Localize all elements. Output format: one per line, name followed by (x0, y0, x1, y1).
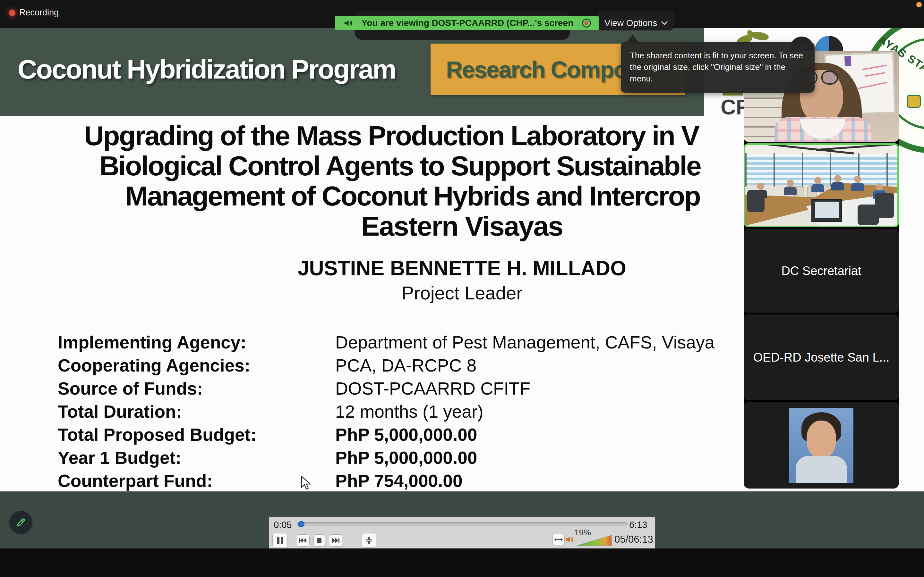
screen-share-banner-text: You are viewing DOST-PCAARRD (CHP...'s s… (353, 18, 582, 28)
pause-icon (276, 536, 284, 545)
elapsed-time: 0:05 (274, 520, 292, 530)
skip-end-icon (331, 537, 340, 544)
detail-label: Year 1 Budget: (58, 448, 181, 468)
detail-value: PhP 5,000,000.00 (335, 448, 477, 468)
slide-title-line1: Upgrading of the Mass Production Laborat… (84, 120, 698, 152)
stop-icon (317, 538, 322, 543)
recording-indicator: Recording (9, 8, 59, 18)
tooltip-line: the original size, click "Original size"… (630, 61, 806, 73)
slide-title-line3: Management of Coconut Hybrids and Interc… (125, 180, 700, 212)
stop-button[interactable] (313, 534, 325, 546)
tooltip-line: menu. (630, 73, 806, 84)
detail-label: Implementing Agency: (58, 332, 246, 353)
record-indicator-icon[interactable] (582, 19, 591, 27)
view-options-button[interactable]: View Options (603, 16, 669, 30)
participant-name: OED-RD Josette San L... (753, 351, 890, 364)
detail-value: PCA, DA-RCPC 8 (335, 355, 477, 376)
program-title: Coconut Hybridization Program (18, 54, 396, 85)
video-tile-oed-rd-josette[interactable]: OED-RD Josette San L... (744, 314, 899, 400)
time-counter: 05/06:13 (614, 534, 653, 545)
seek-bar[interactable] (297, 522, 628, 526)
status-dot-icon (916, 2, 922, 7)
detail-value: Department of Pest Management, CAFS, Vis… (335, 332, 714, 353)
detail-value: 12 months (1 year) (335, 401, 483, 422)
tooltip-line: The shared content is fit to your screen… (630, 50, 806, 61)
volume-slider[interactable] (577, 535, 612, 546)
presenter-role: Project Leader (401, 282, 522, 303)
participants-video-panel: DC Secretariat OED-RD Josette San L... (744, 51, 899, 488)
fit-screen-icon (365, 536, 373, 545)
video-tile-dc-secretariat[interactable]: DC Secretariat (744, 229, 899, 313)
tooltip-arrow (626, 34, 639, 43)
fit-to-screen-tooltip: The shared content is fit to your screen… (621, 42, 814, 93)
skip-to-end-button[interactable] (329, 534, 342, 546)
seek-handle[interactable] (298, 521, 304, 527)
conference-room-video (745, 145, 897, 226)
skip-to-start-button[interactable] (296, 534, 310, 546)
skip-start-icon (299, 537, 307, 544)
pencil-icon (15, 516, 27, 529)
slide-title-line2: Biological Control Agents to Support Sus… (99, 150, 701, 182)
playback-control-bar: 0:05 6:13 (269, 517, 655, 548)
recording-label: Recording (19, 8, 59, 18)
video-tile-conference-room-active-speaker[interactable] (744, 143, 899, 227)
total-duration: 6:13 (629, 520, 647, 530)
slide-title-line4: Eastern Visayas (361, 210, 563, 242)
presenter-name: JUSTINE BENNETTE H. MILLADO (298, 256, 626, 280)
view-options-label: View Options (604, 18, 657, 28)
volume-speaker-icon[interactable] (565, 534, 575, 545)
recording-dot-icon (9, 10, 15, 16)
detail-label: Total Proposed Budget: (58, 424, 256, 445)
avatar (789, 408, 853, 483)
pause-button[interactable] (272, 533, 288, 548)
detail-label: Source of Funds: (58, 378, 203, 399)
chevron-down-icon (661, 21, 668, 25)
detail-label: Counterpart Fund: (58, 471, 213, 491)
detail-value: PhP 5,000,000.00 (335, 424, 477, 445)
resize-horizontal-icon (554, 537, 563, 542)
screen-share-banner: You are viewing DOST-PCAARRD (CHP...'s s… (335, 16, 599, 30)
detail-label: Total Duration: (58, 401, 182, 422)
audio-speaker-icon (343, 18, 353, 28)
detail-value: DOST-PCAARRD CFITF (335, 378, 530, 399)
resize-horizontal-button[interactable] (552, 534, 565, 545)
detail-label: Cooperating Agencies: (58, 355, 250, 376)
video-tile-profile-photo[interactable] (744, 402, 899, 488)
participant-name: DC Secretariat (781, 264, 861, 278)
bottom-black-strip (0, 548, 924, 577)
annotate-button[interactable] (8, 510, 33, 535)
detail-value: PhP 754,000.00 (335, 471, 463, 491)
mouse-cursor-icon (301, 476, 312, 490)
fit-to-window-button[interactable] (362, 533, 376, 548)
